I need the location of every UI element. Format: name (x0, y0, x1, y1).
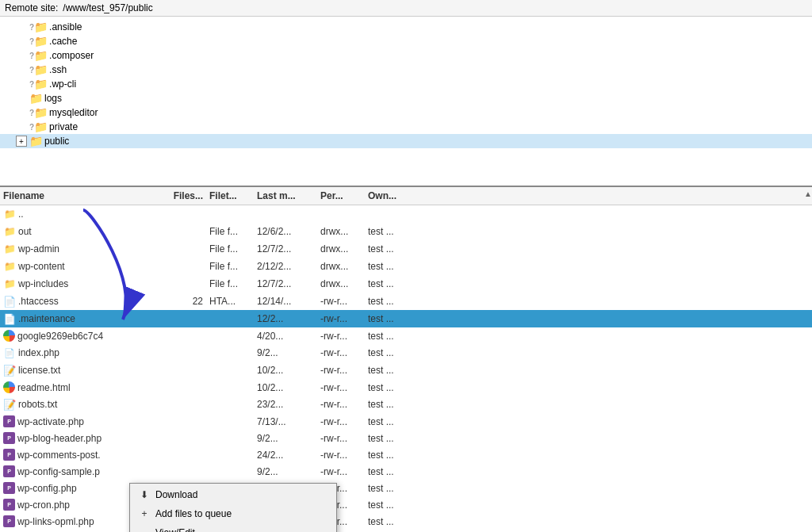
table-row[interactable]: readme.html 10/2... -rw-r... test ... (0, 379, 812, 396)
cell-perms: drwx... (317, 242, 365, 256)
cell-lastmod: 10/2... (254, 381, 317, 395)
table-row[interactable]: P wp-cron.php 25/2... -rw-r... test ... (0, 496, 812, 513)
context-menu-item-add-to-queue[interactable]: +Add files to queue (130, 504, 336, 523)
tree-item-mysqleditor[interactable]: ? 📁 mysqleditor (0, 105, 812, 120)
table-row[interactable]: P wp-blog-header.php 9/2... -rw-r... tes… (0, 430, 812, 446)
cell-owner: test ... (365, 312, 412, 326)
php-colored-icon: P (3, 465, 15, 477)
tree-item-wpcli[interactable]: ? 📁 .wp-cli (0, 77, 812, 91)
tree-item-private[interactable]: ? 📁 private (0, 120, 812, 134)
table-row[interactable]: P wp-config.php 9/2... -rw-r... test ... (0, 480, 812, 496)
cell-filename: 📄 index.php (0, 345, 159, 361)
col-header-filetype[interactable]: Filet... (206, 189, 254, 203)
cell-filetype (206, 403, 254, 406)
txt-icon: 📝 (3, 398, 16, 411)
tree-item-label: public (44, 136, 69, 147)
cell-filename: 📄 .maintenance (0, 311, 159, 327)
cell-owner: test ... (365, 259, 412, 274)
col-header-owner[interactable]: Own... (365, 189, 412, 203)
cell-perms: -rw-r... (317, 397, 365, 411)
cell-filename: 📝 license.txt (0, 362, 159, 378)
folder-icon: 📁 (34, 106, 47, 119)
cell-perms: -rw-r... (317, 415, 365, 429)
cell-lastmod: 4/20... (254, 329, 317, 343)
cell-owner: test ... (365, 481, 412, 496)
file-icon: 📄 (3, 295, 16, 308)
google-icon (3, 330, 15, 342)
tree-item-ansible[interactable]: ? 📁 .ansible (0, 20, 812, 34)
table-row[interactable]: P wp-activate.php 7/13/... -rw-r... test… (0, 413, 812, 430)
context-menu-item-view-edit[interactable]: View/Edit (130, 523, 336, 532)
folder-icon: 📁 (34, 35, 47, 48)
cell-perms: drwx... (317, 224, 365, 239)
tree-item-ssh[interactable]: ? 📁 .ssh (0, 63, 812, 77)
cell-lastmod: 12/2... (254, 312, 317, 326)
table-row[interactable]: 📁 out File f... 12/6/2... drwx... test .… (0, 223, 812, 240)
cell-filesize (159, 351, 206, 354)
cell-filetype (206, 470, 254, 473)
cell-owner: test ... (365, 294, 412, 308)
cell-filesize (159, 247, 206, 251)
col-header-perms[interactable]: Per... (317, 189, 365, 203)
cell-filename: P wp-activate.php (0, 414, 159, 429)
tree-item-label: logs (44, 93, 62, 104)
cell-filetype (206, 335, 254, 338)
cell-perms: -rw-r... (317, 448, 365, 462)
cell-lastmod: 10/2... (254, 363, 317, 377)
table-row[interactable]: 📁 wp-includes File f... 12/7/2... drwx..… (0, 275, 812, 293)
cell-filename: P wp-config-sample.p (0, 464, 159, 479)
cell-filename: 📁 out (0, 224, 159, 239)
ctx-item-label: Download (155, 489, 197, 500)
table-row[interactable]: P wp-comments-post. 24/2... -rw-r... tes… (0, 446, 812, 463)
tree-item-label: .cache (49, 36, 77, 47)
table-row[interactable]: 📄 index.php 9/2... -rw-r... test ... (0, 344, 812, 362)
tree-item-composer[interactable]: ? 📁 .composer (0, 48, 812, 63)
table-row[interactable]: 📝 robots.txt 23/2... -rw-r... test ... (0, 396, 812, 413)
table-row[interactable]: 📄 .maintenance 12/2... -rw-r... test ... (0, 310, 812, 327)
tree-item-label: .composer (49, 50, 94, 61)
col-header-filesize[interactable]: Files... (159, 189, 206, 203)
table-row[interactable]: 📁 .. (0, 205, 812, 223)
file-rows[interactable]: 📁 .. 📁 out File f... 12/6/2... drwx... t… (0, 205, 812, 532)
cell-filename: 📁 wp-admin (0, 241, 159, 257)
folder-icon: 📁 (3, 277, 16, 290)
queue-icon: + (138, 507, 151, 520)
cell-filetype: File f... (206, 242, 254, 256)
cell-filesize (159, 454, 206, 457)
download-icon: ⬇ (138, 488, 151, 501)
table-row[interactable]: 📄 .htaccess 22 HTA... 12/14/... -rw-r...… (0, 293, 812, 310)
cell-perms: -rw-r... (317, 346, 365, 360)
table-row[interactable]: P wp-links-opml.php 2,422 PHP... 11/9/2.… (0, 513, 812, 530)
ctx-item-label: Add files to queue (155, 508, 232, 519)
expand-btn[interactable]: + (16, 136, 27, 147)
tree-item-logs[interactable]: 📁 logs (0, 91, 812, 105)
col-header-filename[interactable]: Filename (0, 189, 159, 203)
table-row[interactable]: 📁 wp-content File f... 2/12/2... drwx...… (0, 258, 812, 275)
cell-filesize (159, 386, 206, 389)
cell-filesize (159, 403, 206, 406)
table-row[interactable]: 📁 wp-admin File f... 12/7/2... drwx... t… (0, 240, 812, 258)
table-row[interactable]: P wp-config-sample.p 9/2... -rw-r... tes… (0, 463, 812, 480)
cell-filetype (206, 317, 254, 320)
php-colored-icon: P (3, 449, 15, 461)
cell-filename: 📁 .. (0, 206, 159, 222)
cell-filetype (206, 386, 254, 389)
context-menu-item-download[interactable]: ⬇Download (130, 485, 336, 504)
col-header-lastmod[interactable]: Last m... (254, 189, 317, 203)
cell-owner (365, 212, 412, 216)
cell-owner: test ... (365, 363, 412, 377)
folder-icon: 📁 (3, 243, 16, 255)
tree-item-label: .wp-cli (49, 78, 76, 90)
cell-filesize (159, 317, 206, 320)
folder-icon: 📁 (34, 121, 47, 133)
tree-item-public[interactable]: + 📁 public (0, 134, 812, 148)
cell-filename: google9269eb6c7c4 (0, 328, 159, 343)
tree-item-label: mysqleditor (49, 107, 98, 118)
cell-filename: P wp-blog-header.php (0, 431, 159, 446)
cell-owner: test ... (365, 242, 412, 256)
table-row[interactable]: 📝 license.txt 10/2... -rw-r... test ... (0, 362, 812, 379)
folder-icon: 📁 (3, 260, 16, 273)
tree-item-cache[interactable]: ? 📁 .cache (0, 34, 812, 48)
table-row[interactable]: google9269eb6c7c4 4/20... -rw-r... test … (0, 327, 812, 344)
cell-filesize (159, 282, 206, 285)
